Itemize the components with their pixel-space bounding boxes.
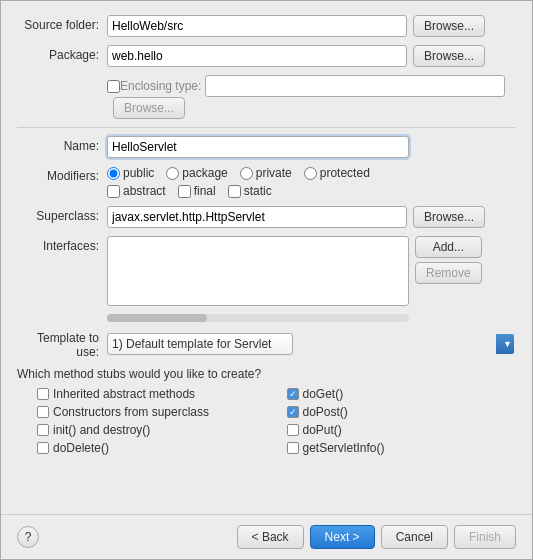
stub-init-label: init() and destroy() <box>53 423 150 437</box>
package-control: Browse... <box>107 45 516 67</box>
stub-getservletinfo-item[interactable]: getServletInfo() <box>287 441 517 455</box>
method-stubs-title: Which method stubs would you like to cre… <box>17 367 516 381</box>
enclosing-spacer <box>17 75 107 78</box>
template-control: 1) Default template for Servlet <box>107 333 516 355</box>
stubs-grid: Inherited abstract methods ✓ doGet() Con… <box>37 387 516 455</box>
modifier-abstract-label: abstract <box>123 184 166 198</box>
modifiers-options: public package private protected <box>107 166 370 198</box>
interfaces-scrollbar[interactable] <box>107 314 409 322</box>
modifier-private-item[interactable]: private <box>240 166 292 180</box>
stub-doput-checkbox[interactable] <box>287 424 299 436</box>
source-folder-browse-button[interactable]: Browse... <box>413 15 485 37</box>
package-label: Package: <box>17 45 107 62</box>
interfaces-buttons: Add... Remove <box>415 236 482 284</box>
modifier-abstract-item[interactable]: abstract <box>107 184 166 198</box>
interfaces-row: Interfaces: Add... Remove <box>17 236 516 306</box>
modifier-protected-radio[interactable] <box>304 167 317 180</box>
stub-inherited-checkbox[interactable] <box>37 388 49 400</box>
superclass-browse-button[interactable]: Browse... <box>413 206 485 228</box>
stub-getservletinfo-checkbox[interactable] <box>287 442 299 454</box>
stub-constructors-checkbox[interactable] <box>37 406 49 418</box>
stub-doget-checkbox[interactable]: ✓ <box>287 388 299 400</box>
interfaces-control: Add... Remove <box>107 236 516 306</box>
package-browse-button[interactable]: Browse... <box>413 45 485 67</box>
back-button[interactable]: < Back <box>237 525 304 549</box>
modifier-abstract-checkbox[interactable] <box>107 185 120 198</box>
superclass-control: Browse... <box>107 206 516 228</box>
stub-dodelete-checkbox[interactable] <box>37 442 49 454</box>
footer-buttons: < Back Next > Cancel Finish <box>237 525 516 549</box>
add-interface-button[interactable]: Add... <box>415 236 482 258</box>
access-modifiers-group: public package private protected <box>107 166 370 180</box>
modifier-package-radio[interactable] <box>166 167 179 180</box>
enclosing-label: Enclosing type: <box>120 79 201 93</box>
modifiers-label: Modifiers: <box>17 166 107 183</box>
name-input[interactable] <box>107 136 409 158</box>
stub-dopost-checkbox[interactable]: ✓ <box>287 406 299 418</box>
modifier-final-checkbox[interactable] <box>178 185 191 198</box>
enclosing-row: Enclosing type: Browse... <box>17 75 516 119</box>
package-input[interactable] <box>107 45 407 67</box>
stub-dodelete-label: doDelete() <box>53 441 109 455</box>
template-label: Template to use: <box>17 328 107 359</box>
enclosing-control: Enclosing type: Browse... <box>107 75 516 119</box>
template-row: Template to use: 1) Default template for… <box>17 328 516 359</box>
interfaces-list[interactable] <box>107 236 409 306</box>
stub-doput-item[interactable]: doPut() <box>287 423 517 437</box>
modifier-final-label: final <box>194 184 216 198</box>
modifier-protected-item[interactable]: protected <box>304 166 370 180</box>
stub-init-checkbox[interactable] <box>37 424 49 436</box>
stub-inherited-item[interactable]: Inherited abstract methods <box>37 387 267 401</box>
template-wrapper: 1) Default template for Servlet <box>107 333 516 355</box>
modifier-static-label: static <box>244 184 272 198</box>
other-modifiers-group: abstract final static <box>107 184 370 198</box>
finish-button[interactable]: Finish <box>454 525 516 549</box>
modifier-public-radio[interactable] <box>107 167 120 180</box>
enclosing-browse-button[interactable]: Browse... <box>113 97 185 119</box>
modifier-private-label: private <box>256 166 292 180</box>
modifier-static-checkbox[interactable] <box>228 185 241 198</box>
template-select[interactable]: 1) Default template for Servlet <box>107 333 293 355</box>
stub-dodelete-item[interactable]: doDelete() <box>37 441 267 455</box>
source-folder-label: Source folder: <box>17 15 107 32</box>
stub-doget-item[interactable]: ✓ doGet() <box>287 387 517 401</box>
modifier-final-item[interactable]: final <box>178 184 216 198</box>
remove-interface-button[interactable]: Remove <box>415 262 482 284</box>
modifier-package-item[interactable]: package <box>166 166 227 180</box>
next-button[interactable]: Next > <box>310 525 375 549</box>
interfaces-area: Add... Remove <box>107 236 482 306</box>
superclass-input[interactable] <box>107 206 407 228</box>
stub-constructors-item[interactable]: Constructors from superclass <box>37 405 267 419</box>
stub-init-item[interactable]: init() and destroy() <box>37 423 267 437</box>
modifier-static-item[interactable]: static <box>228 184 272 198</box>
stub-dopost-item[interactable]: ✓ doPost() <box>287 405 517 419</box>
enclosing-checkbox[interactable] <box>107 80 120 93</box>
new-servlet-dialog: Source folder: Browse... Package: Browse… <box>0 0 533 560</box>
modifier-public-label: public <box>123 166 154 180</box>
stub-doput-label: doPut() <box>303 423 342 437</box>
modifier-public-item[interactable]: public <box>107 166 154 180</box>
package-row: Package: Browse... <box>17 45 516 67</box>
name-label: Name: <box>17 136 107 153</box>
cancel-button[interactable]: Cancel <box>381 525 448 549</box>
dialog-footer: ? < Back Next > Cancel Finish <box>1 514 532 559</box>
help-button[interactable]: ? <box>17 526 39 548</box>
stub-getservletinfo-label: getServletInfo() <box>303 441 385 455</box>
modifier-package-label: package <box>182 166 227 180</box>
stub-constructors-label: Constructors from superclass <box>53 405 209 419</box>
superclass-row: Superclass: Browse... <box>17 206 516 228</box>
interfaces-label: Interfaces: <box>17 236 107 253</box>
scrollbar-thumb <box>107 314 207 322</box>
enclosing-input[interactable] <box>205 75 505 97</box>
name-row: Name: <box>17 136 516 158</box>
modifiers-control: public package private protected <box>107 166 516 198</box>
modifier-private-radio[interactable] <box>240 167 253 180</box>
stub-inherited-label: Inherited abstract methods <box>53 387 195 401</box>
name-control <box>107 136 516 158</box>
separator-1 <box>17 127 516 128</box>
modifiers-row: Modifiers: public package <box>17 166 516 198</box>
stub-doget-label: doGet() <box>303 387 344 401</box>
source-folder-control: Browse... <box>107 15 516 37</box>
source-folder-input[interactable] <box>107 15 407 37</box>
method-stubs-section: Which method stubs would you like to cre… <box>17 367 516 455</box>
